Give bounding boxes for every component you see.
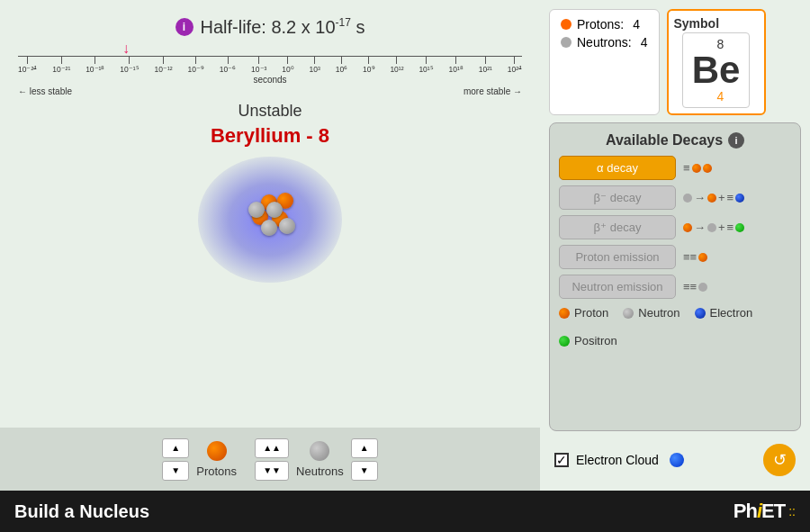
alpha-decay-icon: ≡ (683, 161, 712, 175)
neutron-ball (266, 202, 283, 218)
decays-info-icon[interactable]: i (728, 132, 744, 149)
bottom-bar: Build a Nucleus PhiET :: (0, 491, 810, 532)
proton-legend-dot (559, 308, 570, 319)
refresh-button[interactable]: ↺ (763, 444, 796, 476)
seconds-label: seconds (18, 75, 522, 85)
top-info-row: Protons: 4 Neutrons: 4 Symbol 8 Be 4 (549, 9, 801, 115)
tick: 10⁻¹⁸ (86, 57, 104, 74)
phet-dots: :: (788, 504, 796, 518)
proton-display: Protons (196, 441, 237, 478)
tick: 10⁻³ (251, 57, 266, 74)
nucleus-glow (198, 157, 342, 283)
neutrons-count-value: 4 (641, 35, 648, 50)
tick: 10¹² (390, 57, 403, 74)
tick: 10²¹ (479, 57, 492, 74)
neutrons-count-label: Neutrons: (577, 35, 632, 50)
electron-legend-label: Electron (710, 306, 753, 320)
tick: 10⁻¹⁵ (120, 57, 139, 74)
neutron-display: Neutrons (296, 441, 344, 478)
less-stable-label: ← less stable (18, 86, 72, 96)
tick: 10⁶ (336, 57, 347, 74)
electron-cloud-ball (670, 453, 684, 467)
neutron-legend-label: Neutron (638, 306, 680, 320)
proton-emission-row: Proton emission ≡≡ (559, 245, 791, 269)
legend-row: Proton Neutron Electron Positron (559, 306, 791, 347)
tick: 10⁹ (363, 57, 374, 74)
decays-box: Available Decays i α decay ≡ β⁻ decay (549, 122, 801, 431)
phet-text: PhiET (734, 500, 785, 523)
proton-legend: Proton (559, 306, 608, 320)
tick: 10⁻⁶ (220, 57, 236, 74)
decays-title: Available Decays i (559, 132, 791, 149)
element-name: Beryllium - 8 (211, 124, 329, 148)
neutron-double-decrement-button[interactable]: ▼▼ (255, 461, 289, 481)
neutron-emission-button[interactable]: Neutron emission (559, 275, 676, 299)
proton-count-dot (561, 19, 572, 30)
left-panel: i Half-life: 8.2 x 10-17 s ↓ 10⁻²⁴ (0, 0, 540, 491)
counts-box: Protons: 4 Neutrons: 4 (549, 9, 660, 115)
right-panel: Protons: 4 Neutrons: 4 Symbol 8 Be 4 (540, 0, 810, 491)
proton-increment-button[interactable]: ▲ (162, 438, 189, 458)
stability-labels: ← less stable more stable → (18, 86, 522, 96)
tick: 10³ (310, 57, 320, 74)
neutron-count-dot (561, 37, 572, 48)
beta-plus-decay-icon: → + ≡ (683, 221, 744, 234)
beta-plus-decay-button[interactable]: β⁺ decay (559, 215, 676, 239)
neutron-legend: Neutron (623, 306, 680, 320)
proton-stepper-group: ▲ ▼ Protons (162, 438, 237, 481)
tick: 10⁰ (282, 57, 293, 74)
positron-legend-label: Positron (574, 334, 617, 347)
proton-particle-icon (207, 441, 227, 461)
neutron-single-stepper: ▲ ▼ (351, 438, 378, 481)
tick: 10¹⁵ (418, 57, 433, 74)
neutron-double-increment-button[interactable]: ▲▲ (255, 438, 289, 458)
electron-legend: Electron (695, 306, 753, 320)
tick: 10⁻¹² (154, 57, 172, 74)
protons-count-value: 4 (633, 17, 640, 32)
beta-minus-decay-button[interactable]: β⁻ decay (559, 185, 676, 210)
tick: 10⁻²¹ (52, 57, 70, 74)
stability-label: Unstable (9, 102, 531, 121)
neutron-ball (248, 202, 265, 218)
protons-label: Protons (196, 464, 237, 478)
phet-logo: PhiET :: (734, 500, 796, 523)
neutron-stepper-group: ▲▲ ▼▼ Neutrons ▲ ▼ (255, 438, 378, 481)
neutron-double-stepper: ▲▲ ▼▼ (255, 438, 289, 481)
neutron-increment-button[interactable]: ▲ (351, 438, 378, 458)
electron-cloud-label: Electron Cloud (576, 453, 659, 467)
neutron-emission-row: Neutron emission ≡≡ (559, 275, 791, 299)
timeline-container: ↓ 10⁻²⁴ 10⁻²¹ 10⁻¹⁸ (18, 43, 522, 96)
electron-cloud-checkbox[interactable]: ✓ (554, 453, 569, 467)
electron-legend-dot (695, 308, 706, 319)
nucleus-container: Beryllium - 8 (9, 124, 531, 283)
tick: 10⁻⁹ (187, 57, 203, 74)
neutron-count-row: Neutrons: 4 (561, 35, 648, 50)
halflife-text: Half-life: 8.2 x 10-17 s (201, 16, 365, 38)
symbol-element: Be (692, 51, 741, 89)
neutron-particle-icon (310, 441, 329, 461)
electron-cloud-row: ✓ Electron Cloud ↺ (549, 438, 801, 482)
beta-minus-decay-row: β⁻ decay → + ≡ (559, 185, 791, 210)
tick: 10⁻²⁴ (18, 57, 37, 74)
beta-plus-decay-row: β⁺ decay → + ≡ (559, 215, 791, 239)
proton-decrement-button[interactable]: ▼ (162, 461, 189, 481)
halflife-bar: i Half-life: 8.2 x 10-17 s (9, 16, 531, 38)
more-stable-label: more stable → (464, 86, 522, 96)
symbol-header: Symbol (674, 16, 720, 31)
neutron-emission-icon: ≡≡ (683, 280, 707, 293)
tick: 10¹⁸ (449, 57, 464, 74)
app-title: Build a Nucleus (14, 501, 149, 522)
tick-line: 10⁻²⁴ 10⁻²¹ 10⁻¹⁸ 10⁻¹⁵ (18, 56, 522, 74)
beta-minus-decay-icon: → + ≡ (683, 191, 744, 204)
proton-legend-label: Proton (574, 306, 608, 320)
neutron-ball (261, 220, 277, 236)
alpha-decay-row: α decay ≡ (559, 156, 791, 180)
proton-emission-icon: ≡≡ (683, 250, 707, 264)
info-icon[interactable]: i (176, 18, 194, 36)
proton-emission-button[interactable]: Proton emission (559, 245, 676, 269)
tick: 10²⁴ (508, 57, 522, 74)
alpha-decay-button[interactable]: α decay (559, 156, 676, 180)
main-area: i Half-life: 8.2 x 10-17 s ↓ 10⁻²⁴ (0, 0, 810, 491)
proton-stepper-buttons: ▲ ▼ (162, 438, 189, 481)
neutron-decrement-button[interactable]: ▼ (351, 461, 378, 481)
